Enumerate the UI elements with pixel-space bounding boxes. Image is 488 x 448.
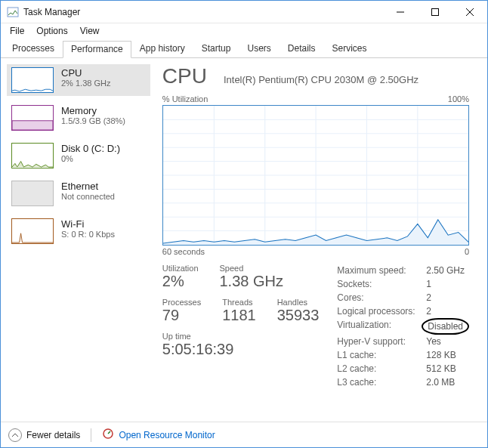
stat-handles: 35933 (277, 307, 320, 324)
spec-row: Maximum speed:2.50 GHz (337, 264, 469, 277)
virtualization-circled: Disabled (422, 318, 469, 335)
menu-bar: File Options View (1, 23, 487, 39)
stat-uptime: 5:05:16:39 (162, 341, 319, 358)
svg-rect-5 (12, 121, 53, 130)
sidebar-sub: 2% 1.38 GHz (61, 79, 110, 88)
spec-value: 2 (426, 291, 431, 304)
spec-row: L3 cache:2.0 MB (337, 375, 469, 389)
stat-label: Utilization (162, 264, 199, 273)
spec-key: Cores: (337, 291, 426, 304)
cpu-utilization-chart[interactable] (162, 105, 469, 246)
tab-users[interactable]: Users (239, 40, 279, 57)
spec-key: L2 cache: (337, 362, 426, 375)
close-button[interactable] (452, 1, 487, 23)
page-title: CPU (162, 64, 207, 88)
stat-label: Up time (162, 332, 319, 341)
stat-label: Handles (277, 298, 320, 307)
stat-label: Processes (162, 298, 201, 307)
spec-row: L1 cache:128 KB (337, 348, 469, 362)
spec-value: 2 (426, 304, 431, 318)
spec-value: 128 KB (426, 348, 456, 362)
spec-value: Disabled (426, 318, 469, 335)
spec-value: Yes (426, 335, 441, 348)
stat-processes: 79 (162, 307, 201, 324)
sidebar-item-memory[interactable]: Memory 1.5/3.9 GB (38%) (7, 102, 150, 134)
sidebar-item-wifi[interactable]: Wi-Fi S: 0 R: 0 Kbps (7, 215, 150, 247)
resource-monitor-icon (102, 428, 114, 442)
chevron-up-icon (8, 428, 22, 442)
tab-app-history[interactable]: App history (131, 40, 193, 57)
stat-speed: 1.38 GHz (220, 273, 283, 290)
cpu-thumb-icon (11, 67, 54, 93)
chart-label-tr: 100% (448, 94, 469, 104)
svg-rect-2 (432, 9, 439, 16)
spec-value: 2.50 GHz (426, 264, 465, 277)
footer-bar: Fewer details Open Resource Monitor (1, 422, 487, 447)
spec-key: Hyper-V support: (337, 335, 426, 348)
tab-details[interactable]: Details (280, 40, 324, 57)
stat-utilization: 2% (162, 273, 199, 290)
fewer-details-label: Fewer details (26, 430, 80, 440)
spec-key: Maximum speed: (337, 264, 426, 277)
sidebar-label: Ethernet (61, 181, 115, 192)
sidebar-label: CPU (61, 67, 110, 79)
spec-value: 512 KB (426, 362, 456, 375)
perf-sidebar: CPU 2% 1.38 GHz Memory 1.5/3.9 GB (38%) … (1, 58, 156, 422)
menu-options[interactable]: Options (30, 24, 73, 38)
spec-row: Virtualization:Disabled (337, 318, 469, 335)
tab-bar: Processes Performance App history Startu… (1, 39, 487, 58)
divider (91, 428, 91, 442)
sidebar-sub: S: 0 R: 0 Kbps (61, 230, 115, 239)
minimize-button[interactable] (383, 1, 418, 23)
menu-view[interactable]: View (74, 24, 106, 38)
window-controls (383, 1, 487, 23)
spec-key: L3 cache: (337, 375, 426, 389)
sidebar-sub: 1.5/3.9 GB (38%) (61, 116, 125, 125)
maximize-button[interactable] (418, 1, 452, 23)
spec-row: L2 cache:512 KB (337, 362, 469, 375)
sidebar-item-ethernet[interactable]: Ethernet Not connected (7, 178, 150, 209)
sidebar-label: Wi-Fi (61, 218, 115, 230)
spec-row: Sockets:1 (337, 277, 469, 291)
cpu-specs: Maximum speed:2.50 GHzSockets:1Cores:2Lo… (337, 264, 469, 389)
spec-value: 1 (426, 277, 431, 291)
spec-value: 2.0 MB (426, 375, 455, 389)
chart-label-bl: 60 seconds (162, 247, 205, 256)
stat-label: Threads (222, 298, 256, 307)
wifi-thumb-icon (11, 218, 54, 244)
open-resource-monitor-label: Open Resource Monitor (119, 430, 215, 440)
chart-label-br: 0 (465, 247, 469, 256)
menu-file[interactable]: File (4, 24, 30, 38)
tab-services[interactable]: Services (324, 40, 375, 57)
window-titlebar: Task Manager (1, 1, 487, 23)
sidebar-sub: 0% (61, 154, 120, 163)
cpu-model-name: Intel(R) Pentium(R) CPU 2030M @ 2.50GHz (224, 74, 419, 85)
sidebar-sub: Not connected (61, 192, 115, 201)
stat-label: Speed (220, 264, 283, 273)
perf-main: CPU Intel(R) Pentium(R) CPU 2030M @ 2.50… (156, 58, 487, 422)
tab-performance[interactable]: Performance (63, 41, 131, 58)
app-icon (7, 6, 19, 18)
sidebar-item-disk0[interactable]: Disk 0 (C: D:) 0% (7, 140, 150, 171)
spec-row: Logical processors:2 (337, 304, 469, 318)
stat-threads: 1181 (222, 307, 256, 324)
open-resource-monitor-link[interactable]: Open Resource Monitor (102, 428, 215, 442)
spec-key: L1 cache: (337, 348, 426, 362)
sidebar-label: Memory (61, 105, 125, 116)
memory-thumb-icon (11, 105, 54, 131)
chart-label-tl: % Utilization (162, 94, 208, 104)
spec-row: Hyper-V support:Yes (337, 335, 469, 348)
window-title: Task Manager (23, 7, 383, 17)
tab-processes[interactable]: Processes (4, 40, 63, 57)
ethernet-thumb-icon (11, 181, 54, 206)
spec-key: Virtualization: (337, 318, 426, 335)
spec-key: Sockets: (337, 277, 426, 291)
disk-thumb-icon (11, 143, 54, 168)
spec-key: Logical processors: (337, 304, 426, 318)
sidebar-item-cpu[interactable]: CPU 2% 1.38 GHz (7, 64, 150, 96)
fewer-details-button[interactable]: Fewer details (8, 428, 80, 442)
spec-row: Cores:2 (337, 291, 469, 304)
tab-startup[interactable]: Startup (193, 40, 239, 57)
sidebar-label: Disk 0 (C: D:) (61, 143, 120, 154)
svg-line-21 (108, 431, 110, 434)
